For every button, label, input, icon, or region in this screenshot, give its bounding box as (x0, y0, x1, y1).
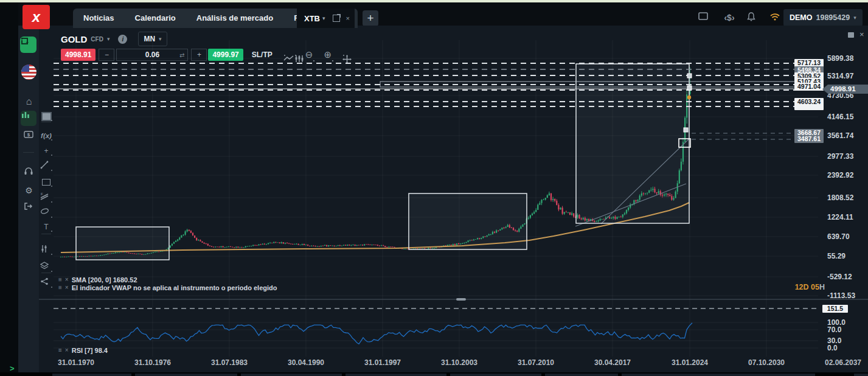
price-chart-canvas[interactable] (0, 0, 868, 376)
indicator-label: RSI [7] 98.4 (72, 347, 108, 354)
countdown-suffix: H (819, 283, 825, 291)
price-tag: 4603.24 (794, 98, 824, 106)
indicator-settings-icon[interactable]: ≡ (58, 277, 62, 283)
time-axis-label: 31.01.1970 (50, 358, 102, 367)
price-axis-label: 1224.11 (827, 213, 868, 221)
indicator-close-icon[interactable]: × (65, 277, 69, 283)
popout-icon[interactable] (333, 15, 340, 22)
price-axis-label: -529.12 (827, 273, 868, 281)
current-price-tag: 4998.91 (822, 85, 868, 94)
price-axis-label: 3561.74 (827, 131, 868, 140)
close-tab-icon[interactable]: × (346, 15, 350, 22)
chevron-down-icon: ▾ (322, 15, 325, 21)
indicator-settings-icon[interactable]: ≡ (58, 347, 62, 353)
bottom-dock-segment[interactable] (52, 374, 131, 376)
time-axis-label: 30.04.2017 (587, 358, 638, 367)
bottom-dock-segment[interactable] (545, 374, 618, 376)
price-axis-label: 2977.33 (827, 152, 868, 161)
indicator-label: El indicador VWAP no se aplica al instru… (72, 284, 277, 291)
tab-an-lisis-de-mercado[interactable]: Análisis de mercado (186, 9, 283, 28)
indicator-settings-icon[interactable]: ≡ (58, 285, 62, 291)
separator-handle[interactable] (456, 298, 466, 301)
candle-countdown: 12D 05H (785, 283, 825, 291)
active-tab-label: XTB (304, 14, 320, 23)
bottom-dock-segment[interactable] (854, 374, 868, 376)
indicator-close-icon[interactable]: × (65, 285, 69, 291)
price-tag: 3487.61 (794, 135, 824, 143)
time-axis-label: 07.10.2030 (741, 358, 792, 367)
rsi-axis-label: 0.0 (827, 344, 868, 352)
time-axis-label: 31.07.2010 (510, 358, 561, 367)
bottom-dock-segment[interactable] (345, 374, 446, 376)
rsi-axis-label: 70.0 (827, 326, 868, 334)
vwap-indicator-row: ≡×El indicador VWAP no se aplica al inst… (58, 284, 277, 291)
bottom-dock-segment[interactable] (241, 374, 342, 376)
bottom-dock-segment[interactable] (135, 374, 237, 376)
time-axis-label: 31.10.2003 (434, 358, 485, 367)
bottom-dock-segment[interactable] (450, 374, 541, 376)
xstation-window: > NoticiasCalendarioAnálisis de mercadoF… (0, 0, 868, 376)
price-axis-label: -1113.53 (827, 291, 868, 300)
indicator-label: SMA [200, 0] 1680.52 (72, 276, 137, 284)
bottom-dock-segment[interactable] (622, 374, 815, 376)
price-axis-label: 1808.52 (827, 193, 868, 202)
rsi-price-tag: 151.5 (822, 305, 848, 313)
rsi-indicator-row: ≡×RSI [7] 98.4 (58, 347, 108, 354)
price-axis-label: 4146.15 (827, 113, 868, 121)
sma-indicator-row: ≡×SMA [200, 0] 1680.52 (58, 276, 137, 284)
price-axis-label: 2392.92 (827, 171, 868, 179)
price-tag: 4971.04 (794, 83, 824, 91)
countdown-value: 12D 05 (795, 283, 819, 291)
tab-active-xtb[interactable]: XTB ▾ × (297, 9, 355, 28)
indicator-close-icon[interactable]: × (65, 347, 69, 353)
time-axis-label: 31.10.1976 (127, 358, 178, 367)
price-axis-label: 5899.38 (827, 54, 868, 63)
time-axis-label: 30.04.1990 (280, 358, 332, 367)
time-axis-label: 31.07.1983 (204, 358, 255, 367)
price-axis-label: 5314.97 (827, 72, 868, 80)
tab-noticias[interactable]: Noticias (73, 9, 125, 28)
time-axis-label: 02.06.2037 (818, 358, 868, 367)
time-axis-label: 31.01.2024 (664, 358, 715, 367)
price-axis-label: 55.29 (827, 252, 868, 260)
price-axis-label: 639.70 (827, 232, 868, 241)
time-axis-label: 31.01.1997 (357, 358, 408, 367)
xtb-logo[interactable]: x (23, 5, 50, 29)
tab-calendario[interactable]: Calendario (125, 9, 186, 28)
